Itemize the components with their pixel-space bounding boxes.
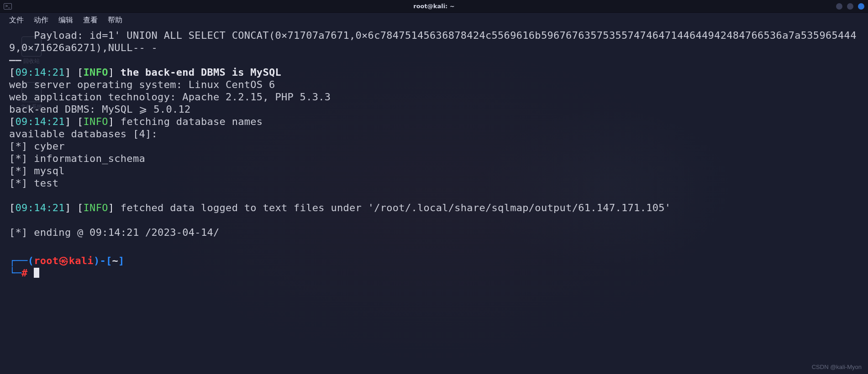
db-item: [*] mysql <box>9 165 65 177</box>
minimize-button[interactable] <box>836 3 842 10</box>
menu-file[interactable]: 文件 <box>9 16 24 25</box>
timestamp: 09:14:21 <box>16 202 65 213</box>
prompt-user: root <box>34 255 58 266</box>
msg-dbms: the back-end DBMS is MySQL <box>121 67 281 78</box>
payload-prefix: Payload: <box>9 30 89 41</box>
brkt: [ <box>9 116 16 127</box>
menu-help[interactable]: 帮助 <box>108 16 122 25</box>
db-item: [*] cyber <box>9 140 65 152</box>
watermark: CSDN @kali-Myon <box>812 364 862 370</box>
prompt-cwd: ~ <box>112 255 119 266</box>
brkt: [ <box>9 202 16 213</box>
terminal-icon: >_ <box>4 3 12 10</box>
line-backend: back-end DBMS: MySQL ⩾ 5.0.12 <box>9 104 191 115</box>
msg-fetch: fetching database names <box>121 116 263 127</box>
prompt-brkt: ] <box>118 255 125 266</box>
line-available: available databases [4]: <box>9 128 158 140</box>
menu-actions[interactable]: 动作 <box>34 16 48 25</box>
menu-edit[interactable]: 编辑 <box>58 16 73 25</box>
brkt: [ <box>77 116 84 127</box>
brkt: [ <box>77 67 84 78</box>
brkt: [ <box>9 67 16 78</box>
terminal-output[interactable]: Payload: id=1' UNION ALL SELECT CONCAT(0… <box>0 27 868 279</box>
maximize-button[interactable] <box>847 3 853 10</box>
prompt-corner-bot: └─ <box>9 267 21 279</box>
level-info: INFO <box>84 67 108 78</box>
skull-icon: ㉿ <box>58 255 68 266</box>
cursor <box>34 268 39 278</box>
prompt-hash: # <box>21 267 28 279</box>
prompt-line-1: ┌──(root㉿kali)-[~] <box>9 255 859 267</box>
timestamp: 09:14:21 <box>16 116 65 127</box>
prompt-line-2[interactable]: └─# <box>9 267 859 279</box>
brkt: ] <box>108 202 121 213</box>
db-item: [*] information_schema <box>9 153 145 164</box>
window-title: root@kali: ~ <box>0 3 868 10</box>
timestamp: 09:14:21 <box>16 67 65 78</box>
divider: —— <box>9 54 21 66</box>
prompt-host: kali <box>69 255 94 266</box>
msg-logged: fetched data logged to text files under … <box>121 202 671 213</box>
brkt: ] <box>108 67 121 78</box>
line-ending: [*] ending @ 09:14:21 /2023-04-14/ <box>9 227 220 238</box>
prompt-paren: ) <box>94 255 100 266</box>
brkt: ] <box>65 116 77 127</box>
prompt-corner-top: ┌── <box>9 255 28 266</box>
brkt: [ <box>77 202 84 213</box>
level-info: INFO <box>84 116 108 127</box>
brkt: ] <box>65 67 77 78</box>
menu-bar: 文件 动作 编辑 查看 帮助 <box>0 13 868 27</box>
window-buttons <box>836 3 864 10</box>
brkt: ] <box>65 202 77 213</box>
brkt: ] <box>108 116 121 127</box>
prompt-brkt: [ <box>106 255 112 266</box>
line-os: web server operating system: Linux CentO… <box>9 79 275 90</box>
window-titlebar[interactable]: >_ root@kali: ~ <box>0 0 868 13</box>
db-item: [*] test <box>9 177 58 189</box>
payload-body: id=1' UNION ALL SELECT CONCAT(0×71707a76… <box>9 30 857 53</box>
level-info: INFO <box>84 202 108 213</box>
line-tech: web application technology: Apache 2.2.1… <box>9 91 331 103</box>
prompt-dash: - <box>100 255 106 266</box>
prompt-paren: ( <box>28 255 34 266</box>
menu-view[interactable]: 查看 <box>83 16 98 25</box>
close-button[interactable] <box>858 3 864 10</box>
